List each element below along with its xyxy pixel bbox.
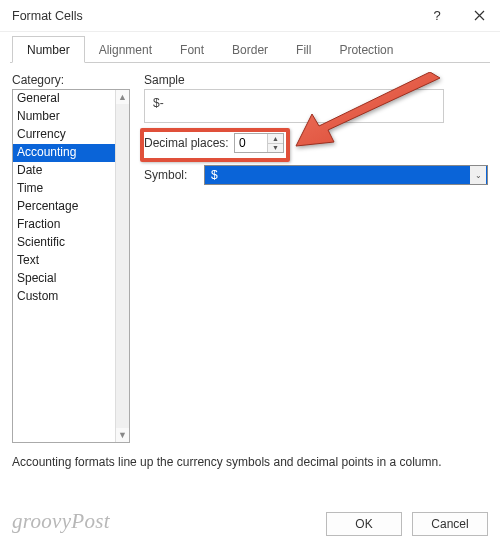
format-description: Accounting formats line up the currency … <box>12 455 488 469</box>
category-item-text[interactable]: Text <box>13 252 115 270</box>
tab-strip: Number Alignment Font Border Fill Protec… <box>0 32 500 62</box>
category-item-scientific[interactable]: Scientific <box>13 234 115 252</box>
category-label: Category: <box>12 73 130 87</box>
decimal-places-input[interactable]: ▲ ▼ <box>234 133 284 153</box>
category-item-general[interactable]: General <box>13 90 115 108</box>
category-item-fraction[interactable]: Fraction <box>13 216 115 234</box>
decimal-places-field[interactable] <box>235 134 267 152</box>
category-column: Category: GeneralNumberCurrencyAccountin… <box>12 73 130 443</box>
spinner: ▲ ▼ <box>267 134 283 152</box>
symbol-value: $ <box>211 168 470 182</box>
cancel-button[interactable]: Cancel <box>412 512 488 536</box>
help-button[interactable]: ? <box>416 0 458 32</box>
spinner-down[interactable]: ▼ <box>268 144 283 153</box>
symbol-dropdown[interactable]: $ ⌄ <box>204 165 488 185</box>
dropdown-button[interactable]: ⌄ <box>470 166 486 184</box>
decimal-row: Decimal places: ▲ ▼ <box>144 131 488 155</box>
spinner-up[interactable]: ▲ <box>268 134 283 144</box>
chevron-down-icon: ⌄ <box>475 171 482 180</box>
category-item-accounting[interactable]: Accounting <box>13 144 115 162</box>
listbox-scrollbar[interactable]: ▲ ▼ <box>115 90 129 442</box>
titlebar: Format Cells ? <box>0 0 500 32</box>
category-item-currency[interactable]: Currency <box>13 126 115 144</box>
ok-button[interactable]: OK <box>326 512 402 536</box>
sample-value: $- <box>153 96 164 110</box>
watermark: groovyPost <box>12 509 110 534</box>
decimal-places-label: Decimal places: <box>144 136 234 150</box>
settings-column: Sample $- Decimal places: ▲ ▼ Symbol: $ … <box>144 73 488 443</box>
tab-alignment[interactable]: Alignment <box>85 37 166 63</box>
scroll-down-button[interactable]: ▼ <box>116 428 129 442</box>
tab-protection[interactable]: Protection <box>325 37 407 63</box>
dialog-body: Category: GeneralNumberCurrencyAccountin… <box>0 63 500 443</box>
category-item-custom[interactable]: Custom <box>13 288 115 306</box>
category-item-date[interactable]: Date <box>13 162 115 180</box>
tab-font[interactable]: Font <box>166 37 218 63</box>
sample-label: Sample <box>144 73 488 87</box>
scroll-track[interactable] <box>116 104 129 428</box>
dialog-title: Format Cells <box>12 9 416 23</box>
category-item-percentage[interactable]: Percentage <box>13 198 115 216</box>
tab-border[interactable]: Border <box>218 37 282 63</box>
category-listbox[interactable]: GeneralNumberCurrencyAccountingDateTimeP… <box>12 89 130 443</box>
tab-fill[interactable]: Fill <box>282 37 325 63</box>
close-button[interactable] <box>458 0 500 32</box>
symbol-label: Symbol: <box>144 168 204 182</box>
close-icon <box>474 10 485 21</box>
scroll-up-button[interactable]: ▲ <box>116 90 129 104</box>
sample-box: $- <box>144 89 444 123</box>
category-item-number[interactable]: Number <box>13 108 115 126</box>
button-bar: OK Cancel <box>326 512 488 536</box>
symbol-row: Symbol: $ ⌄ <box>144 163 488 187</box>
category-item-time[interactable]: Time <box>13 180 115 198</box>
category-item-special[interactable]: Special <box>13 270 115 288</box>
tab-number[interactable]: Number <box>12 36 85 63</box>
